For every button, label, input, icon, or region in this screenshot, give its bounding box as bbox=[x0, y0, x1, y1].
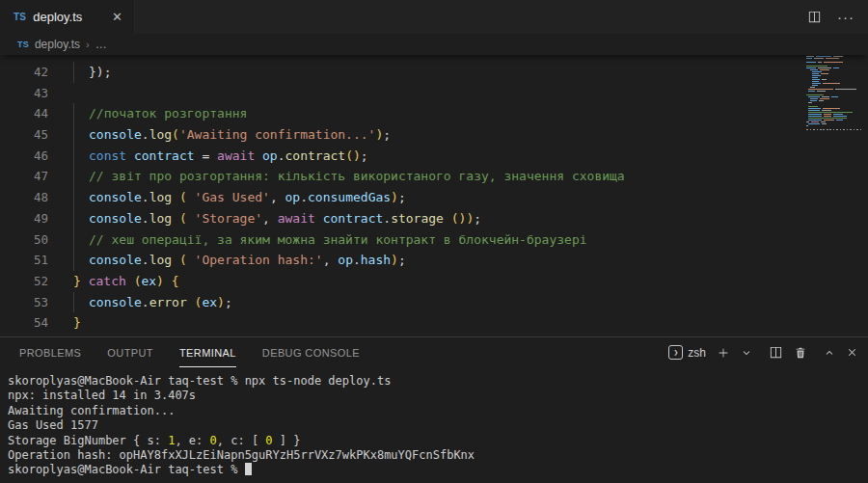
code-line[interactable]: 51console.log ( 'Operation hash:', op.ha… bbox=[0, 250, 868, 271]
code-line[interactable]: 45console.log('Awaiting confirmation...'… bbox=[0, 124, 868, 146]
minimap-segment bbox=[808, 96, 820, 97]
split-terminal-icon[interactable] bbox=[769, 345, 783, 360]
code-line[interactable]: 49console.log ( 'Storage', await contrac… bbox=[0, 208, 868, 229]
minimap-segment bbox=[833, 56, 843, 57]
minimap-segment bbox=[808, 118, 847, 119]
breadcrumb-filename[interactable]: deploy.ts bbox=[35, 38, 80, 51]
kill-terminal-icon[interactable] bbox=[794, 346, 807, 360]
minimap-row bbox=[804, 83, 866, 84]
minimap-segment bbox=[824, 62, 843, 63]
minimap-segment bbox=[812, 83, 821, 84]
code-line[interactable]: 43 bbox=[0, 83, 868, 104]
minimap-segment bbox=[814, 58, 824, 59]
code-text: console.log('Awaiting confirmation...'); bbox=[48, 124, 391, 146]
breadcrumb-symbol-more[interactable]: … bbox=[95, 38, 107, 51]
minimap-row bbox=[804, 102, 866, 103]
panel-tab-output[interactable]: OUTPUT bbox=[107, 337, 153, 367]
code-editor[interactable]: 42});4344//початок розгортання45console.… bbox=[0, 55, 868, 336]
minimap-segment bbox=[833, 116, 847, 117]
minimap-row bbox=[804, 89, 866, 90]
line-number: 51 bbox=[0, 250, 48, 271]
minimap[interactable] bbox=[804, 56, 866, 131]
minimap-row bbox=[804, 121, 866, 122]
minimap-segment bbox=[811, 121, 819, 122]
line-number: 49 bbox=[0, 208, 48, 229]
split-editor-icon[interactable] bbox=[807, 10, 822, 24]
code-line[interactable]: 50// хеш операції, за яким можна знайти … bbox=[0, 229, 868, 251]
minimap-row bbox=[804, 79, 866, 80]
code-line[interactable]: 53console.error (ex); bbox=[0, 292, 868, 313]
tab-deploy-ts[interactable]: TS deploy.ts ✕ bbox=[0, 0, 133, 34]
line-number: 42 bbox=[0, 62, 48, 83]
minimap-segment bbox=[806, 129, 862, 130]
minimap-row bbox=[804, 98, 866, 99]
terminal-profile-selector[interactable]: ❯ zsh bbox=[668, 345, 706, 360]
minimap-row bbox=[804, 67, 866, 68]
terminal-line: Gas Used 1577 bbox=[8, 418, 868, 433]
code-line[interactable]: 54} bbox=[0, 312, 868, 334]
minimap-segment bbox=[833, 114, 843, 115]
minimap-segment bbox=[835, 89, 856, 90]
minimap-row bbox=[804, 94, 866, 95]
panel-tab-problems[interactable]: PROBLEMS bbox=[19, 337, 81, 367]
panel-tab-terminal[interactable]: TERMINAL bbox=[179, 337, 236, 367]
code-line[interactable]: 47// звіт про розгортання: кількість вик… bbox=[0, 166, 868, 187]
minimap-row bbox=[804, 58, 866, 59]
panel-actions: ❯ zsh bbox=[668, 337, 858, 367]
minimap-segment bbox=[810, 69, 818, 70]
indent-guide bbox=[73, 250, 74, 271]
minimap-segment bbox=[822, 79, 827, 80]
minimap-segment bbox=[806, 66, 827, 67]
code-line[interactable]: 46const contract = await op.contract(); bbox=[0, 146, 868, 167]
minimap-segment bbox=[822, 96, 829, 97]
code-line[interactable]: 48console.log ( 'Gas Used', op.consumedG… bbox=[0, 187, 868, 208]
minimap-segment bbox=[808, 102, 812, 103]
maximize-panel-icon[interactable] bbox=[824, 347, 835, 359]
minimap-row bbox=[804, 116, 866, 117]
code-text: } catch (ex) { bbox=[48, 271, 179, 292]
minimap-segment bbox=[808, 112, 853, 113]
terminal-output[interactable]: skoroplyas@MacBook-Air taq-test % npx ts… bbox=[0, 367, 868, 478]
line-number: 50 bbox=[0, 229, 48, 251]
tab-label: deploy.ts bbox=[33, 10, 82, 24]
minimap-segment bbox=[806, 62, 816, 63]
minimap-segment bbox=[818, 62, 822, 63]
code-line[interactable]: 42}); bbox=[0, 62, 868, 83]
code-lines: 42});4344//початок розгортання45console.… bbox=[0, 62, 868, 334]
minimap-row bbox=[804, 118, 866, 119]
code-line[interactable]: 44//початок розгортання bbox=[0, 103, 868, 124]
new-terminal-icon[interactable] bbox=[717, 346, 730, 360]
minimap-segment bbox=[810, 87, 815, 88]
indent-guide bbox=[73, 103, 74, 124]
terminal-line: Storage BigNumber { s: 1, e: 0, c: [ 0 ]… bbox=[8, 434, 868, 448]
breadcrumb[interactable]: TS deploy.ts › … bbox=[0, 34, 868, 55]
panel-tabs: PROBLEMSOUTPUTTERMINALDEBUG CONSOLE bbox=[19, 337, 360, 367]
code-text: console.log ( 'Gas Used', op.consumedGas… bbox=[48, 187, 406, 208]
minimap-row bbox=[804, 91, 866, 92]
minimap-row bbox=[804, 100, 866, 101]
code-line[interactable]: 52} catch (ex) { bbox=[0, 271, 868, 292]
minimap-segment bbox=[820, 98, 829, 99]
close-panel-icon[interactable] bbox=[846, 346, 858, 359]
line-number: 44 bbox=[0, 103, 48, 124]
line-number: 47 bbox=[0, 166, 48, 187]
code-text: const contract = await op.contract(); bbox=[48, 146, 368, 167]
close-tab-icon[interactable]: ✕ bbox=[112, 10, 122, 24]
minimap-row bbox=[804, 106, 866, 107]
minimap-segment bbox=[831, 96, 838, 97]
minimap-segment bbox=[806, 58, 812, 59]
minimap-row bbox=[804, 123, 866, 124]
terminal-line: Awaiting confirmation... bbox=[8, 404, 868, 418]
more-actions-icon[interactable]: ··· bbox=[837, 13, 854, 22]
minimap-row bbox=[804, 127, 866, 128]
code-text: console.log ( 'Storage', await contract.… bbox=[48, 208, 481, 229]
chevron-down-icon[interactable] bbox=[741, 347, 752, 359]
minimap-segment bbox=[824, 116, 831, 117]
minimap-segment bbox=[808, 89, 833, 90]
minimap-segment bbox=[816, 56, 831, 57]
indent-guide bbox=[73, 229, 74, 251]
panel-tab-debug-console[interactable]: DEBUG CONSOLE bbox=[262, 337, 360, 367]
terminal-line: Operation hash: opHAY8fxXJLzEiNapn5guRYz… bbox=[8, 448, 868, 463]
minimap-row bbox=[804, 85, 866, 86]
line-number: 45 bbox=[0, 124, 48, 146]
